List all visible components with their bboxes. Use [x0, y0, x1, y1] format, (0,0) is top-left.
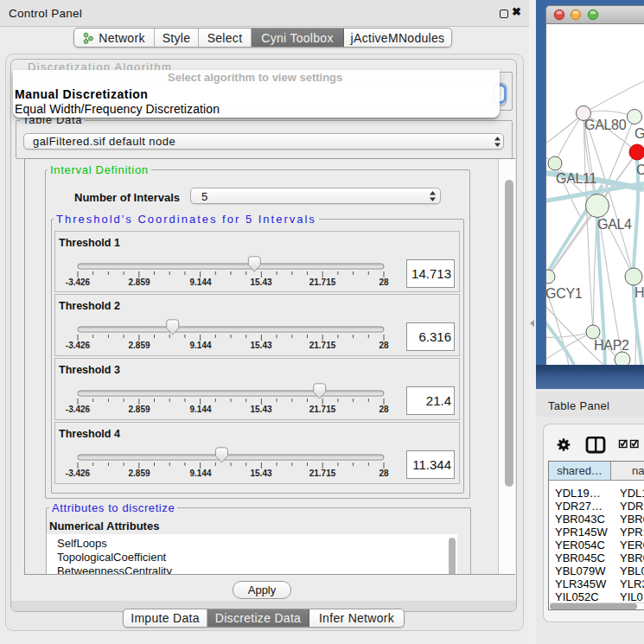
svg-text:HAP2: HAP2: [594, 338, 629, 353]
svg-text:C: C: [636, 163, 644, 177]
svg-text:GCY1: GCY1: [546, 286, 583, 301]
svg-text:HI: HI: [634, 285, 644, 300]
svg-text:GAL11: GAL11: [556, 171, 597, 186]
svg-text:GA: GA: [634, 126, 644, 141]
svg-text:GAL4: GAL4: [597, 217, 632, 232]
svg-text:GAL80: GAL80: [584, 118, 627, 132]
